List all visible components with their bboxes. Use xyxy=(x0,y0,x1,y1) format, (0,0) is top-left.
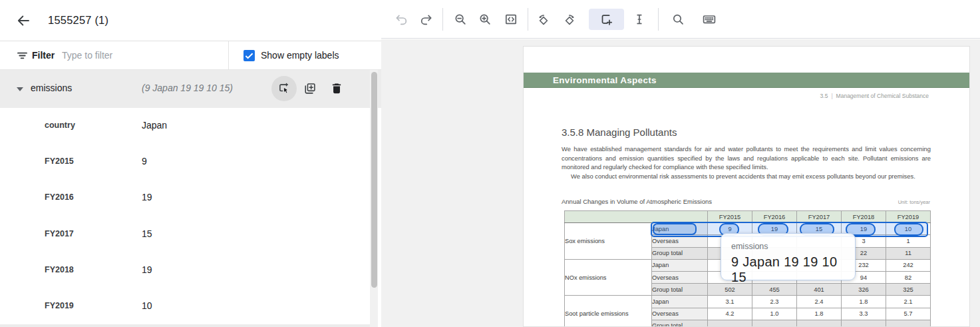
scrollbar-thumb[interactable] xyxy=(371,72,377,288)
doc-table-region-cell: Group total xyxy=(652,320,708,327)
zoom-in-button[interactable] xyxy=(477,11,493,27)
doc-table-corner-cell xyxy=(565,211,708,223)
doc-table-category-cell: Sox emissions xyxy=(565,223,652,260)
field-label: FY2016 xyxy=(45,192,74,202)
page-title: 1555257 (1) xyxy=(48,14,108,27)
doc-table-year-header: FY2019 xyxy=(886,211,931,223)
divider xyxy=(228,41,229,70)
doc-table-value-cell: 1.8 xyxy=(842,296,886,308)
keyboard-shortcuts-button[interactable] xyxy=(701,11,717,27)
doc-table-year-header: FY2015 xyxy=(708,211,752,223)
doc-table-category-cell: NOx emissions xyxy=(565,259,652,296)
doc-table-value-cell: 3.3 xyxy=(842,308,886,320)
tooltip-label: emissions xyxy=(731,242,855,251)
doc-table-value-cell: 401 xyxy=(797,284,842,296)
annotate-select-icon xyxy=(277,81,291,96)
annotation-box-japan[interactable] xyxy=(653,223,697,235)
toolbar-separator xyxy=(528,8,528,31)
annotation-box-fy2019[interactable] xyxy=(894,223,923,236)
toolbar-separator xyxy=(442,8,443,31)
field-row-FY2019[interactable]: FY201910 xyxy=(0,288,370,324)
field-row-FY2017[interactable]: FY201715 xyxy=(0,216,370,252)
duplicate-icon xyxy=(303,81,317,96)
arrow-back-icon xyxy=(15,12,32,29)
field-label: FY2019 xyxy=(45,301,74,310)
show-empty-labels-checkbox[interactable] xyxy=(244,50,255,61)
field-value: 19 xyxy=(142,192,152,202)
filter-list-icon xyxy=(16,49,29,62)
field-value: 15 xyxy=(142,228,152,239)
add-bounding-box-button[interactable] xyxy=(598,11,614,27)
table-caption: Annual Changes in Volume of Atmospheric … xyxy=(562,198,712,205)
rotate-right-button[interactable] xyxy=(562,11,577,27)
next-label-row-peek xyxy=(0,324,370,327)
doc-paragraph-2: We also conduct environmental risk asses… xyxy=(562,172,931,181)
filter-label: Filter xyxy=(32,50,55,61)
viewer-toolbar xyxy=(381,0,980,39)
delete-label-button[interactable] xyxy=(324,76,349,101)
doc-table-header-row: FY2015FY2016FY2017FY2018FY2019 xyxy=(565,211,931,223)
doc-table-value-cell: 2.1 xyxy=(886,296,931,308)
doc-table-value-cell xyxy=(797,320,842,327)
duplicate-label-button[interactable] xyxy=(297,76,323,101)
doc-table-value-cell: 502 xyxy=(708,284,752,296)
zoom-out-button[interactable] xyxy=(452,11,468,27)
doc-table-value-cell: 1.8 xyxy=(797,308,842,320)
doc-table-value-cell xyxy=(886,320,931,327)
doc-table-value-cell: 3.1 xyxy=(708,296,752,308)
label-panel-header: 1555257 (1) xyxy=(0,0,381,41)
annotation-tooltip: emissions 9 Japan 19 19 10 15 xyxy=(721,233,856,280)
doc-breadcrumb: 3.5|Management of Chemical Substance xyxy=(820,93,929,99)
label-group-name: emissions xyxy=(31,83,72,93)
doc-table-value-cell: 5.7 xyxy=(886,308,931,320)
doc-table-value-cell: 82 xyxy=(886,271,931,283)
field-value: 10 xyxy=(142,300,152,311)
field-value: 19 xyxy=(142,264,152,275)
toolbar-separator xyxy=(658,8,659,31)
field-row-FY2016[interactable]: FY201619 xyxy=(0,180,370,216)
field-value: Japan xyxy=(142,120,167,131)
select-text-button[interactable] xyxy=(631,11,647,27)
doc-banner-title: Environmental Aspects xyxy=(553,75,657,85)
doc-table-value-cell xyxy=(752,320,797,327)
doc-table-value-cell: 11 xyxy=(886,247,931,259)
doc-table-region-cell: Overseas xyxy=(652,308,708,320)
rotate-left-button[interactable] xyxy=(536,11,552,27)
filter-input[interactable] xyxy=(62,46,222,65)
fit-to-width-button[interactable] xyxy=(503,11,519,27)
doc-table-year-header: FY2017 xyxy=(797,211,842,223)
doc-table-region-cell: Group total xyxy=(652,284,708,296)
field-row-FY2015[interactable]: FY20159 xyxy=(0,144,370,180)
search-button[interactable] xyxy=(670,11,686,27)
doc-table-year-header: FY2016 xyxy=(752,211,797,223)
field-row-country[interactable]: countryJapan xyxy=(0,108,370,144)
back-button[interactable] xyxy=(15,12,32,29)
doc-table-value-cell: 325 xyxy=(886,284,931,296)
table-unit-label: Unit: tons/year xyxy=(898,199,930,205)
label-group-row-emissions[interactable]: emissions (9 Japan 19 19 10 15) xyxy=(0,70,381,108)
doc-table-region-cell: Group total xyxy=(652,247,708,259)
doc-paragraphs: We have established management standards… xyxy=(562,145,931,181)
trash-icon xyxy=(329,81,344,96)
doc-section-title: Management of Chemical Substance xyxy=(836,93,929,99)
table-caption-row: Annual Changes in Volume of Atmospheric … xyxy=(562,198,930,205)
undo-button[interactable] xyxy=(394,11,410,27)
redo-button[interactable] xyxy=(418,11,434,27)
annotate-select-button[interactable] xyxy=(271,76,297,101)
field-list: countryJapanFY20159FY201619FY201715FY201… xyxy=(0,108,370,324)
doc-table-row: Soot particle emissionsJapan3.12.32.41.8… xyxy=(565,296,931,308)
doc-table-region-cell: Japan xyxy=(652,259,708,271)
doc-table-value-cell: 2.3 xyxy=(752,296,797,308)
doc-table-value-cell: 242 xyxy=(886,259,931,271)
doc-heading: 3.5.8 Managing Pollutants xyxy=(562,127,677,138)
filter-bar: Filter Show empty labels xyxy=(0,41,381,70)
doc-section-number: 3.5 xyxy=(820,93,828,99)
tooltip-value: 9 Japan 19 19 10 15 xyxy=(731,254,855,285)
doc-table-value-cell: 4.2 xyxy=(708,308,752,320)
chevron-down-icon[interactable] xyxy=(17,87,23,91)
doc-table-value-cell: 326 xyxy=(842,284,886,296)
doc-table-value-cell xyxy=(708,320,752,327)
field-row-FY2018[interactable]: FY201819 xyxy=(0,252,370,288)
show-empty-labels-label: Show empty labels xyxy=(261,50,339,61)
doc-paragraph-1: We have established management standards… xyxy=(562,145,931,172)
